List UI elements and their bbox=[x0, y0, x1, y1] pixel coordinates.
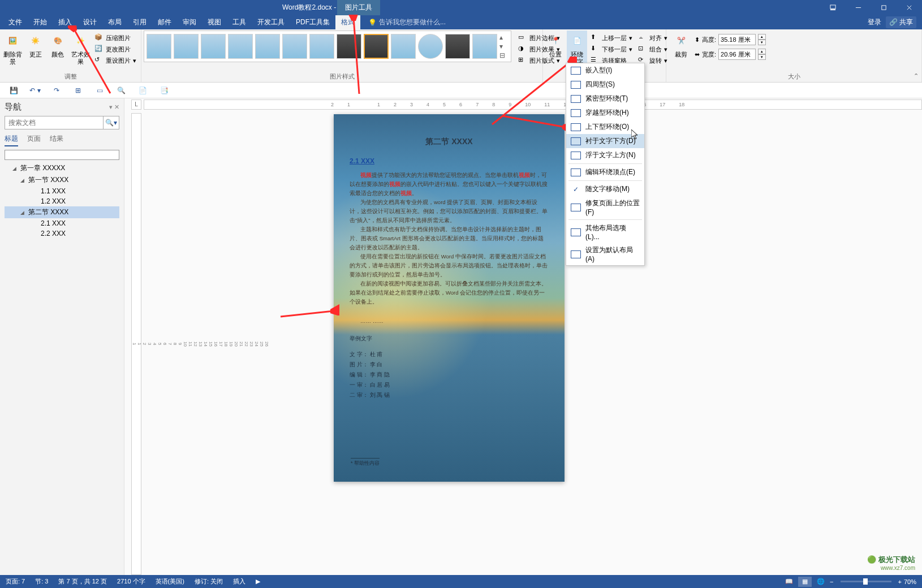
zoom-level[interactable]: 70% bbox=[904, 578, 916, 585]
tab-developer[interactable]: 开发工具 bbox=[252, 15, 290, 29]
nav-tree-item[interactable]: ◢第二节 XXXX bbox=[5, 206, 119, 218]
wrap-menu-item[interactable]: 紧密型环绕(T) bbox=[566, 92, 644, 106]
close-button[interactable] bbox=[897, 0, 922, 15]
qat-icon[interactable]: 🔍 bbox=[115, 85, 127, 96]
wrap-menu-item[interactable]: 编辑环绕顶点(E) bbox=[566, 165, 644, 179]
nav-edit-field[interactable] bbox=[5, 150, 119, 160]
status-words[interactable]: 2710 个字 bbox=[117, 577, 145, 586]
doc-heading1: 第二节 XXXX bbox=[350, 137, 549, 147]
nav-tree-item[interactable]: ◢第一章 XXXXX bbox=[5, 162, 119, 174]
wrap-menu-item[interactable]: 修复页面上的位置(F) bbox=[566, 196, 644, 218]
search-input[interactable] bbox=[5, 116, 103, 129]
status-section[interactable]: 节: 3 bbox=[35, 577, 48, 586]
tab-mail[interactable]: 邮件 bbox=[152, 15, 177, 29]
reset-pic-button[interactable]: ↺重设图片 ▾ bbox=[92, 55, 139, 66]
nav-panel: 导航▾ ✕ 🔍▾ 标题 页面 结果 ◢第一章 XXXXX◢第一节 XXXX1.1… bbox=[0, 98, 124, 575]
nav-tab-pages[interactable]: 页面 bbox=[27, 134, 41, 146]
backward-button[interactable]: ⬇下移一层 ▾ bbox=[588, 44, 635, 54]
tell-me[interactable]: 💡 告诉我您想要做什么... bbox=[368, 18, 446, 27]
tab-view[interactable]: 视图 bbox=[202, 15, 227, 29]
ruler-corner: L bbox=[131, 100, 141, 110]
ruler-vertical[interactable]: 1123456789101112131415161718192021222324… bbox=[131, 113, 141, 575]
qat-icon[interactable]: 📄 bbox=[137, 85, 148, 96]
qat-icon[interactable]: 📑 bbox=[158, 85, 170, 96]
redo-icon[interactable]: ↷ bbox=[51, 85, 62, 96]
zoom-slider[interactable] bbox=[841, 581, 891, 582]
doc-paragraph: 使用在需要位置出现的新按钮在 Word 中保存时间。若要更改图片适应文档的方式，… bbox=[350, 252, 549, 279]
status-pages[interactable]: 第 7 页，共 12 页 bbox=[58, 577, 107, 586]
tab-insert[interactable]: 插入 bbox=[53, 15, 77, 29]
undo-icon[interactable]: ↶ ▾ bbox=[29, 85, 41, 96]
maximize-button[interactable] bbox=[871, 0, 897, 15]
nav-search[interactable]: 🔍▾ bbox=[5, 116, 119, 129]
wrap-menu-item[interactable]: 其他布局选项(L)... bbox=[566, 221, 644, 243]
color-button[interactable]: 🎨颜色 bbox=[48, 31, 69, 59]
status-macro-icon[interactable]: ▶ bbox=[256, 578, 260, 585]
position-button[interactable]: 📍位置 bbox=[545, 31, 566, 59]
nav-tree-item[interactable]: ◢第一节 XXXX bbox=[5, 174, 119, 186]
tab-layout[interactable]: 布局 bbox=[102, 15, 127, 29]
view-read-icon[interactable]: 📖 bbox=[782, 577, 796, 587]
tab-tools[interactable]: 工具 bbox=[227, 15, 252, 29]
minimize-button[interactable] bbox=[846, 0, 871, 15]
wrap-menu-item[interactable]: 浮于文字上方(N) bbox=[566, 148, 644, 162]
wrap-menu-item[interactable]: 嵌入型(I) bbox=[566, 63, 644, 77]
qat-icon[interactable]: ▭ bbox=[94, 85, 105, 96]
doc-footnote: * 帮助性内容 bbox=[351, 458, 380, 467]
effects-button[interactable]: ✨艺术效果 bbox=[70, 31, 91, 67]
tab-references[interactable]: 引用 bbox=[127, 15, 152, 29]
zoom-in-button[interactable]: + bbox=[898, 578, 902, 585]
doc-heading2: 2.1 XXX bbox=[350, 157, 549, 165]
group-button[interactable]: ⊡组合 ▾ bbox=[636, 44, 670, 54]
tab-home[interactable]: 开始 bbox=[28, 15, 53, 29]
qat-icon[interactable]: ⊞ bbox=[72, 85, 84, 96]
status-page[interactable]: 页面: 7 bbox=[6, 577, 25, 586]
wrap-menu-item[interactable]: 穿越型环绕(H) bbox=[566, 106, 644, 120]
save-icon[interactable]: 💾 bbox=[8, 85, 19, 96]
remove-bg-button[interactable]: 🖼️删除背景 bbox=[2, 31, 24, 67]
nav-tree-item[interactable]: 1.2 XXX bbox=[5, 196, 119, 206]
nav-tree-item[interactable]: 2.1 XXX bbox=[5, 218, 119, 228]
view-print-icon[interactable]: ▦ bbox=[798, 577, 812, 587]
compress-button[interactable]: 📦压缩图片 bbox=[92, 33, 139, 43]
doc-paragraph: 在新的阅读视图中阅读更加容易。可以折叠文档某些部分并关注所需文本。如果在达到结尾… bbox=[350, 279, 549, 306]
width-field[interactable]: ⬌宽度:▴▾ bbox=[695, 49, 766, 60]
nav-tree-item[interactable]: 2.2 XXX bbox=[5, 228, 119, 239]
forward-button[interactable]: ⬆上移一层 ▾ bbox=[588, 33, 635, 43]
document-page[interactable]: 第二节 XXXX 2.1 XXX 视频提供了功能强大的方法帮助您证明您的观点。当… bbox=[334, 114, 565, 482]
ruler-horizontal[interactable]: 21123456789101112131415161718 bbox=[144, 100, 922, 110]
tab-format[interactable]: 格式 bbox=[335, 15, 360, 29]
doc-paragraph: 视频提供了功能强大的方法帮助您证明您的观点。当您单击联机视频时，可以在想要添加的… bbox=[350, 171, 549, 198]
tab-file[interactable]: 文件 bbox=[3, 15, 28, 29]
picture-style-gallery[interactable]: ▴▾⊟ bbox=[144, 31, 511, 62]
wrap-menu-item[interactable]: 四周型(S) bbox=[566, 77, 644, 92]
status-track[interactable]: 修订: 关闭 bbox=[195, 577, 223, 586]
tab-pdf[interactable]: PDF工具集 bbox=[290, 15, 335, 29]
login-link[interactable]: 登录 bbox=[868, 18, 881, 27]
view-web-icon[interactable]: 🌐 bbox=[814, 577, 828, 587]
tab-review[interactable]: 审阅 bbox=[177, 15, 202, 29]
tab-design[interactable]: 设计 bbox=[77, 15, 102, 29]
status-lang[interactable]: 英语(美国) bbox=[156, 577, 184, 586]
change-pic-button[interactable]: 🔄更改图片 bbox=[92, 44, 139, 54]
height-field[interactable]: ⬍高度:▴▾ bbox=[695, 34, 766, 45]
crop-button[interactable]: ✂️裁剪 bbox=[669, 31, 693, 59]
nav-tab-headings[interactable]: 标题 bbox=[5, 134, 18, 146]
wrap-menu-item[interactable]: ✓随文字移动(M) bbox=[566, 182, 644, 196]
wrap-text-button[interactable]: 📄环绕文字 bbox=[567, 31, 587, 67]
nav-tree-item[interactable]: 1.1 XXX bbox=[5, 186, 119, 196]
document-area[interactable]: L 21123456789101112131415161718 11234567… bbox=[124, 98, 922, 575]
nav-tab-results[interactable]: 结果 bbox=[50, 134, 63, 146]
search-icon[interactable]: 🔍▾ bbox=[103, 116, 119, 129]
contextual-tab-label: 图片工具 bbox=[337, 0, 380, 15]
ribbon-options-icon[interactable] bbox=[820, 0, 846, 15]
align-button[interactable]: ⫠对齐 ▾ bbox=[636, 33, 670, 43]
zoom-out-button[interactable]: − bbox=[830, 578, 833, 585]
share-button[interactable]: 🔗 共享 bbox=[886, 16, 916, 28]
wrap-menu-item[interactable]: 设置为默认布局(A) bbox=[566, 243, 644, 265]
status-insert[interactable]: 插入 bbox=[233, 577, 245, 586]
corrections-button[interactable]: ☀️更正 bbox=[25, 31, 46, 59]
doc-credits: 文 字： 杜 甫图 片： 李 白编 辑： 李 商 隐一 审： 白 居 易二 审：… bbox=[350, 349, 549, 400]
collapse-ribbon-icon[interactable]: ⌃ bbox=[914, 72, 919, 80]
nav-close-icon[interactable]: ▾ ✕ bbox=[109, 103, 119, 111]
